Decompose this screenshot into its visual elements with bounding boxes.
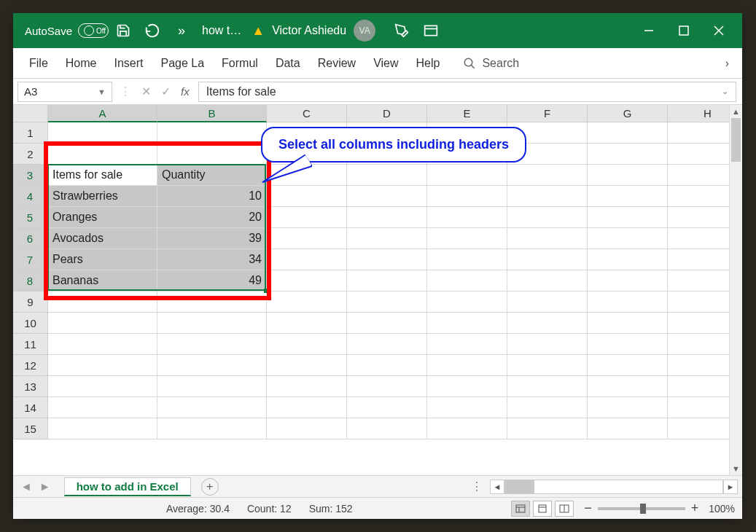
cell-A11[interactable] xyxy=(48,334,157,355)
save-icon[interactable] xyxy=(112,19,135,42)
avatar[interactable]: VA xyxy=(354,20,375,42)
cell-D6[interactable] xyxy=(347,228,427,249)
col-header-B[interactable]: B xyxy=(157,105,267,122)
row-header-5[interactable]: 5 xyxy=(13,207,48,228)
cell-B7[interactable]: 34 xyxy=(157,249,267,270)
cell-C7[interactable] xyxy=(267,249,347,270)
cell-C12[interactable] xyxy=(267,355,347,376)
zoom-percent[interactable]: 100% xyxy=(709,503,735,515)
cell-E12[interactable] xyxy=(427,355,507,376)
cell-F11[interactable] xyxy=(507,334,588,355)
autosave-toggle[interactable]: AutoSave Off xyxy=(25,23,109,38)
cell-E15[interactable] xyxy=(427,418,507,439)
close-button[interactable] xyxy=(701,13,736,48)
cell-D9[interactable] xyxy=(347,292,427,313)
cell-D12[interactable] xyxy=(347,355,427,376)
col-header-A[interactable]: A xyxy=(48,105,157,122)
cell-F13[interactable] xyxy=(507,376,588,397)
cell-F12[interactable] xyxy=(507,355,588,376)
cell-G1[interactable] xyxy=(588,122,668,144)
expand-formula-icon[interactable]: ⌄ xyxy=(722,87,728,96)
cell-E9[interactable] xyxy=(427,292,507,313)
cell-C13[interactable] xyxy=(267,376,347,397)
row-header-11[interactable]: 11 xyxy=(13,334,48,355)
cell-G8[interactable] xyxy=(588,270,668,292)
row-header-15[interactable]: 15 xyxy=(13,418,48,439)
minimize-button[interactable] xyxy=(631,13,666,48)
cell-C6[interactable] xyxy=(267,228,347,249)
row-header-6[interactable]: 6 xyxy=(13,228,48,249)
cell-G7[interactable] xyxy=(588,249,668,270)
cell-B2[interactable] xyxy=(157,144,267,165)
cell-F9[interactable] xyxy=(507,292,588,313)
col-header-D[interactable]: D xyxy=(347,105,427,122)
toggle-switch[interactable]: Off xyxy=(78,23,109,38)
cell-A7[interactable]: Pears xyxy=(48,249,157,270)
zoom-out-button[interactable]: − xyxy=(584,501,592,516)
cell-D10[interactable] xyxy=(347,313,427,334)
cell-C10[interactable] xyxy=(267,313,347,334)
cell-B6[interactable]: 39 xyxy=(157,228,267,249)
cell-B14[interactable] xyxy=(157,397,267,418)
zoom-in-button[interactable]: + xyxy=(691,501,699,516)
maximize-button[interactable] xyxy=(666,13,701,48)
cell-A1[interactable] xyxy=(48,122,157,144)
pen-icon[interactable] xyxy=(390,19,413,42)
tab-help[interactable]: Help xyxy=(408,48,449,78)
cell-E10[interactable] xyxy=(427,313,507,334)
cell-G9[interactable] xyxy=(588,292,668,313)
cell-A6[interactable]: Avocados xyxy=(48,228,157,249)
tab-formulas[interactable]: Formul xyxy=(213,48,267,78)
cell-G10[interactable] xyxy=(588,313,668,334)
tab-data[interactable]: Data xyxy=(267,48,309,78)
cell-F8[interactable] xyxy=(507,270,588,292)
warning-icon[interactable]: ▲ xyxy=(252,23,265,39)
cell-G3[interactable] xyxy=(588,165,668,186)
cell-E13[interactable] xyxy=(427,376,507,397)
scroll-up-icon[interactable]: ▲ xyxy=(730,105,742,118)
col-header-F[interactable]: F xyxy=(507,105,588,122)
cell-B13[interactable] xyxy=(157,376,267,397)
cell-C5[interactable] xyxy=(267,207,347,228)
cell-C14[interactable] xyxy=(267,397,347,418)
tab-home[interactable]: Home xyxy=(57,48,106,78)
cell-G12[interactable] xyxy=(588,355,668,376)
cell-E3[interactable] xyxy=(427,165,507,186)
cell-C8[interactable] xyxy=(267,270,347,292)
cell-G5[interactable] xyxy=(588,207,668,228)
row-header-2[interactable]: 2 xyxy=(13,144,48,165)
cell-F7[interactable] xyxy=(507,249,588,270)
cell-E5[interactable] xyxy=(427,207,507,228)
cell-A10[interactable] xyxy=(48,313,157,334)
row-header-13[interactable]: 13 xyxy=(13,376,48,397)
cell-A13[interactable] xyxy=(48,376,157,397)
chevron-down-icon[interactable]: ▼ xyxy=(98,87,106,96)
col-header-E[interactable]: E xyxy=(427,105,507,122)
row-header-3[interactable]: 3 xyxy=(13,165,48,186)
tab-view[interactable]: View xyxy=(365,48,407,78)
tab-review[interactable]: Review xyxy=(309,48,365,78)
undo-icon[interactable] xyxy=(141,19,164,42)
cell-B4[interactable]: 10 xyxy=(157,186,267,207)
vertical-scrollbar[interactable]: ▲ ▼ xyxy=(729,105,742,475)
cell-B12[interactable] xyxy=(157,355,267,376)
cell-G14[interactable] xyxy=(588,397,668,418)
qat-more-icon[interactable]: » xyxy=(170,19,193,42)
cell-F15[interactable] xyxy=(507,418,588,439)
cell-G2[interactable] xyxy=(588,144,668,165)
cell-D15[interactable] xyxy=(347,418,427,439)
enter-icon[interactable]: ✓ xyxy=(161,85,171,98)
tab-pagelayout[interactable]: Page La xyxy=(152,48,213,78)
cell-A4[interactable]: Strawberries xyxy=(48,186,157,207)
cell-G11[interactable] xyxy=(588,334,668,355)
cell-A2[interactable] xyxy=(48,144,157,165)
cell-C11[interactable] xyxy=(267,334,347,355)
cell-D8[interactable] xyxy=(347,270,427,292)
cell-D14[interactable] xyxy=(347,397,427,418)
cell-G13[interactable] xyxy=(588,376,668,397)
ribbon-display-icon[interactable] xyxy=(419,19,443,42)
cell-E14[interactable] xyxy=(427,397,507,418)
fx-icon[interactable]: fx xyxy=(181,85,190,98)
row-header-1[interactable]: 1 xyxy=(13,122,48,144)
row-header-4[interactable]: 4 xyxy=(13,186,48,207)
